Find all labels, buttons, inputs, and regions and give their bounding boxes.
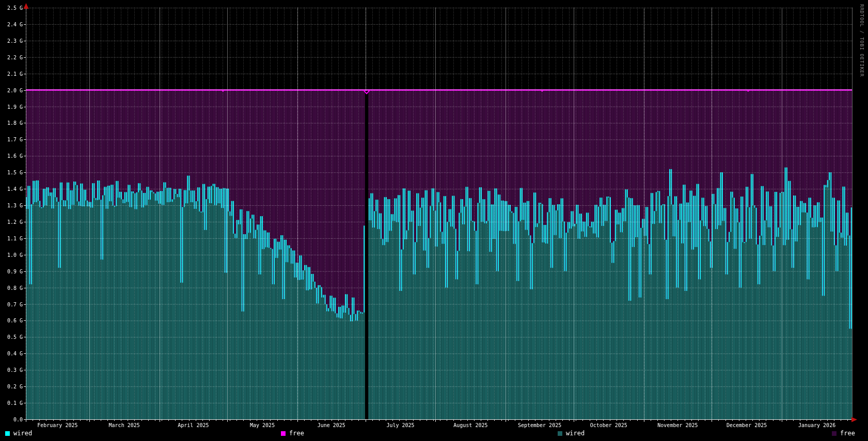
y-axis-label: 1.5 G: [2, 170, 23, 175]
y-axis-label: 0.3 G: [2, 367, 23, 373]
month-label: December 2025: [727, 422, 767, 428]
wired-area-swatch-icon: [558, 431, 562, 436]
legend-item-free-line: free: [281, 430, 304, 437]
y-axis-label: 1.0 G: [2, 252, 23, 258]
y-axis-label: 1.7 G: [2, 137, 23, 142]
month-label: November 2025: [657, 422, 698, 428]
y-axis-label: 0.2 G: [2, 384, 23, 389]
month-label: October 2025: [590, 422, 627, 428]
month-label: August 2025: [453, 422, 487, 428]
y-axis-label: 1.6 G: [2, 153, 23, 159]
month-label: June 2025: [318, 422, 345, 428]
y-axis-label: 0.9 G: [2, 269, 23, 274]
legend-item-wired-line: wired: [5, 430, 32, 437]
month-label: January 2026: [798, 422, 835, 428]
y-axis-label: 0.1 G: [2, 400, 23, 406]
legend-label: free: [840, 430, 855, 437]
y-axis-label: 1.1 G: [2, 236, 23, 241]
rrdtool-watermark: RRDTOOL / TOBI OETIKER: [859, 4, 864, 77]
y-axis-label: 2.2 G: [2, 55, 23, 60]
y-axis-label: 0.6 G: [2, 318, 23, 323]
y-axis-label: 2.3 G: [2, 38, 23, 44]
month-label: April 2025: [178, 422, 209, 428]
legend-item-free-area: free: [832, 430, 855, 437]
y-axis-label: 0.0: [2, 417, 23, 422]
y-axis-label: 1.2 G: [2, 219, 23, 225]
y-axis-label: 1.8 G: [2, 120, 23, 126]
month-label: September 2025: [518, 422, 561, 428]
y-axis-label: 1.4 G: [2, 186, 23, 192]
y-axis-label: 2.4 G: [2, 22, 23, 27]
month-label: July 2025: [386, 422, 414, 428]
wired-line-swatch-icon: [5, 431, 10, 436]
y-axis-label: 1.9 G: [2, 104, 23, 110]
y-axis-label: 0.4 G: [2, 351, 23, 356]
month-label: March 2025: [109, 422, 140, 428]
y-axis-label: 1.3 G: [2, 203, 23, 208]
legend-item-wired-area: wired: [558, 430, 585, 437]
month-label: May 2025: [250, 422, 275, 428]
free-area-swatch-icon: [832, 431, 837, 436]
legend-label: wired: [566, 430, 585, 437]
y-axis-label: 2.1 G: [2, 71, 23, 77]
y-axis-label: 0.8 G: [2, 285, 23, 291]
legend-label: free: [289, 430, 304, 437]
y-axis-label: 0.5 G: [2, 334, 23, 340]
memory-usage-graph: 2.5 G2.4 G2.3 G2.2 G2.1 G2.0 G1.9 G1.8 G…: [0, 0, 868, 441]
free-line-swatch-icon: [281, 431, 286, 436]
y-axis-label: 2.5 G: [2, 5, 23, 11]
chart-canvas: [0, 0, 868, 441]
y-axis-label: 0.7 G: [2, 302, 23, 307]
month-label: February 2025: [37, 422, 77, 428]
legend-label: wired: [13, 430, 32, 437]
y-axis-label: 2.0 G: [2, 88, 23, 93]
